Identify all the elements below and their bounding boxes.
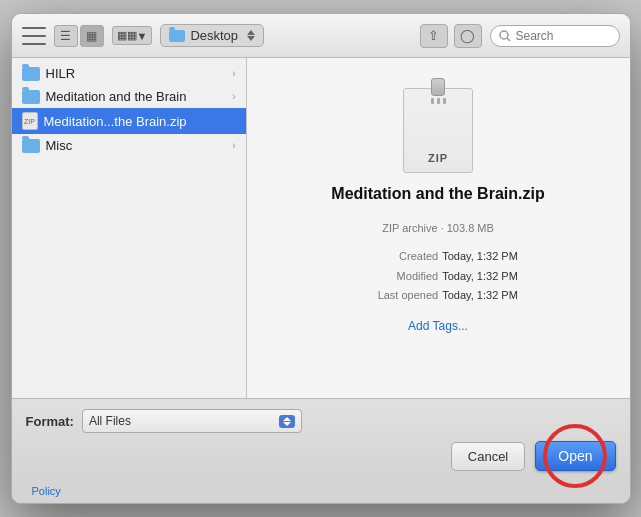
zip-preview-icon: ZIP: [398, 78, 478, 173]
add-tags-link[interactable]: Add Tags...: [408, 316, 468, 338]
file-name: Misc: [46, 138, 73, 153]
list-view-btn[interactable]: ☰: [54, 25, 78, 47]
search-icon: [499, 30, 511, 42]
view-dropdown[interactable]: ▦▦ ▼: [112, 26, 153, 45]
search-input[interactable]: [516, 29, 606, 43]
button-row: Cancel Open: [26, 441, 616, 471]
created-value: Today, 1:32 PM: [442, 247, 518, 267]
opened-label: Last opened: [358, 286, 438, 306]
format-label: Format:: [26, 414, 74, 429]
open-button-wrapper: Open: [535, 441, 615, 471]
chevron-right-icon: ›: [232, 140, 235, 151]
preview-panel: ZIP Meditation and the Brain.zip ZIP arc…: [247, 58, 630, 398]
back-btn[interactable]: ◯: [454, 24, 482, 48]
cancel-button[interactable]: Cancel: [451, 442, 525, 471]
list-item[interactable]: Meditation and the Brain›: [12, 85, 246, 108]
file-name: Meditation...the Brain.zip: [44, 114, 187, 129]
select-arrows: [279, 415, 295, 428]
search-box[interactable]: [490, 25, 620, 47]
policy-link[interactable]: Policy: [22, 483, 71, 499]
bottom-bar: Format: All Files Cancel Open: [12, 398, 630, 481]
location-text: Desktop: [190, 28, 238, 43]
select-arrow-up: [283, 417, 291, 421]
created-label: Created: [358, 247, 438, 267]
list-item[interactable]: HILR›: [12, 62, 246, 85]
format-select-text: All Files: [89, 414, 275, 428]
file-name: HILR: [46, 66, 76, 81]
nav-arrows[interactable]: [247, 30, 255, 41]
action-buttons: ⇧ ◯: [420, 24, 482, 48]
folder-icon: [22, 67, 40, 81]
view-icons: ☰ ▦: [54, 25, 104, 47]
arrow-up-icon: [247, 30, 255, 35]
type-label: ZIP archive · 103.8 MB: [382, 219, 494, 239]
chevron-right-icon: ›: [232, 91, 235, 102]
modified-label: Modified: [358, 267, 438, 287]
file-meta: ZIP archive · 103.8 MB Created Today, 1:…: [267, 219, 610, 338]
modified-value: Today, 1:32 PM: [442, 267, 518, 287]
folder-icon: [169, 30, 185, 42]
list-item[interactable]: Misc›: [12, 134, 246, 157]
folder-icon: [22, 90, 40, 104]
arrow-down-icon: [247, 36, 255, 41]
select-arrow-down: [283, 422, 291, 426]
open-button[interactable]: Open: [535, 441, 615, 471]
main-content: HILR›Meditation and the Brain›ZIPMeditat…: [12, 58, 630, 398]
sidebar-toggle[interactable]: [22, 27, 46, 45]
list-item[interactable]: ZIPMeditation...the Brain.zip: [12, 108, 246, 134]
zip-icon: ZIP: [22, 112, 38, 130]
file-name: Meditation and the Brain: [46, 89, 187, 104]
folder-icon: [22, 139, 40, 153]
svg-point-0: [500, 31, 508, 39]
format-select[interactable]: All Files: [82, 409, 302, 433]
file-list: HILR›Meditation and the Brain›ZIPMeditat…: [12, 58, 247, 398]
column-view-btn[interactable]: ▦: [80, 25, 104, 47]
format-row: Format: All Files: [26, 409, 616, 433]
opened-value: Today, 1:32 PM: [442, 286, 518, 306]
toolbar: ☰ ▦ ▦▦ ▼ Desktop ⇧ ◯: [12, 14, 630, 58]
chevron-right-icon: ›: [232, 68, 235, 79]
location-bar[interactable]: Desktop: [160, 24, 264, 47]
svg-line-1: [507, 38, 510, 41]
share-btn[interactable]: ⇧: [420, 24, 448, 48]
preview-filename: Meditation and the Brain.zip: [331, 185, 544, 203]
bottom-strip: Policy: [12, 481, 630, 503]
